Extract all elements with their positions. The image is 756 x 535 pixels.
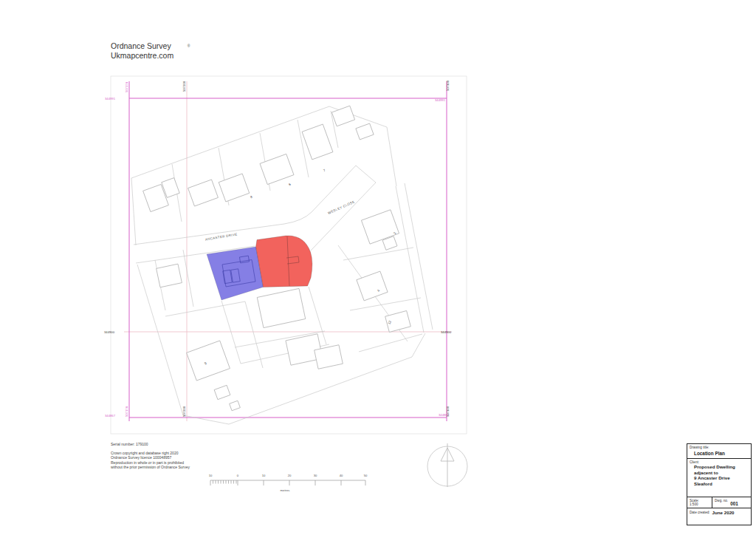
copyright-block: Serial number: 179100 Crown copyright an… [111,442,190,470]
house-number-8: 8 [250,195,253,200]
coord-easting-edge-top: 507178 [125,81,128,92]
street-label-ancaster-drive: ANCASTER DRIVE [205,232,238,241]
coord-easting-507200-top: 507200 [182,81,186,92]
dwg-no-value: 001 [730,501,738,506]
client-line: Proposed Dwelling [694,464,749,470]
copyright-line: Reproduction in whole or in part is proh… [111,460,190,466]
coord-easting-edge-bottom: 507178 [125,406,128,417]
dwg-no-label: Dwg. no. [715,499,728,502]
plot-red-proposed [256,236,312,287]
coord-easting-507200-bottom: 507200 [182,406,186,417]
title-block: Drawing title: Location Plan Client: Pro… [687,443,752,525]
date-created-value: June 2020 [712,510,735,515]
plot-blue-existing [207,247,264,300]
brand-title: Ordnance Survey [111,41,171,50]
drawing-title-value: Location Plan [694,451,749,456]
north-arrow-icon [427,443,467,487]
client-line: 9 Ancaster Drive [694,475,749,481]
scale-label-0: 0 [237,474,239,477]
scale-label-30: 30 [314,474,317,477]
scale-label-40: 40 [340,474,343,477]
drawing-title-label: Drawing title: [690,446,749,449]
client-line: Sleaford [694,481,749,487]
brand-site: Ukmapcentre.com [111,51,190,61]
house-number-6: 6 [288,183,292,187]
copyright-line: Crown copyright and database right 2020 [111,451,190,456]
scale-bar: 10 0 10 20 30 40 50 metres [209,474,368,492]
header: Ordnance Survey® Ukmapcentre.com [111,41,190,61]
coord-northing-top-right: 344991 [435,98,446,102]
coord-northing-mid-left: 344900 [104,330,115,334]
coord-northing-bottom-left: 344867 [105,414,116,418]
title-block-client-row: Client: Proposed Dwelling adjacent to 9 … [687,459,751,497]
scale-value: 1:500 [690,502,709,506]
scale-label-50: 50 [364,474,368,477]
scale-label-10: 10 [262,474,266,477]
registered-trademark-icon: ® [188,44,190,48]
title-block-date-row: Date created: June 2020 [687,508,751,517]
copyright-line: without the prior permission of Ordnance… [111,465,190,470]
coord-northing-top-left: 344991 [105,97,116,100]
scale-unit-label: metres [281,488,290,492]
title-block-drawing-title-row: Drawing title: Location Plan [687,444,751,459]
coord-easting-507300-bottom: 507300 [446,406,450,417]
scale-label-m10: 10 [209,474,213,477]
scale-label-20: 20 [288,474,292,477]
serial-number: Serial number: 179100 [111,442,190,447]
title-block-scale-row: Scale: 1:500 Dwg. no. 001 [687,497,751,508]
date-created-label: Date created: [690,511,710,514]
coord-easting-507300-top: 507300 [446,80,450,91]
client-line: adjacent to [694,470,749,476]
copyright-line: Ordnance Survey licence 100048957 [111,455,190,460]
house-number-7: 7 [323,168,326,173]
street-label-wesley-close: WESLEY CLOSE [327,200,355,214]
coord-northing-mid-right: 344900 [441,330,452,334]
